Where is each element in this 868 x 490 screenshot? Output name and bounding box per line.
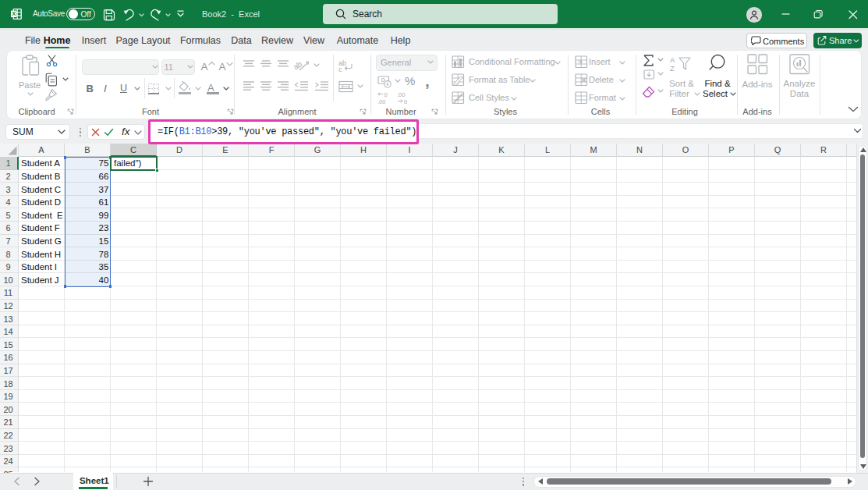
svg-text:.00: .00 [377, 98, 385, 105]
svg-text:Z: Z [670, 64, 675, 73]
svg-text:X: X [12, 10, 16, 17]
svg-text:A: A [670, 55, 675, 64]
svg-text:0: 0 [404, 98, 407, 105]
svg-text:ab: ab [294, 59, 304, 72]
svg-text:c: c [338, 66, 342, 72]
